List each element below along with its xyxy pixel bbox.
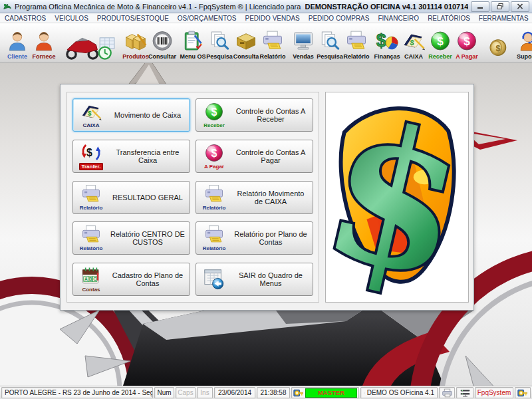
motorcycle-clock-icon <box>63 35 117 60</box>
status-brand: FpqSystem <box>475 387 513 398</box>
status-printer <box>439 387 455 398</box>
green-sphere-icon <box>428 29 452 53</box>
toolbar-financas-button[interactable]: Finanças <box>374 24 400 62</box>
window-title-licensee: DEMONSTRAÇÃO OFICINA v4.1 301114 010714 <box>305 3 469 11</box>
status-network <box>456 387 473 398</box>
close-icon <box>517 3 523 9</box>
product-boxes-icon <box>124 29 148 53</box>
minimize-button[interactable] <box>471 1 489 12</box>
user-badge: MASTER <box>305 388 357 398</box>
printer-small-icon <box>364 388 365 398</box>
key-icon <box>293 388 304 398</box>
relatorio-plano-de-contas-button[interactable]: Relatório Relatório por Plano de Contas <box>196 221 313 255</box>
menu-buttons-box: CAIXA Movimento de Caixa Receber Control… <box>66 92 319 303</box>
status-location-date: PORTO ALEGRE - RS 23 de Junho de 2014 - … <box>1 387 153 398</box>
status-user: MASTER <box>291 387 359 398</box>
menu-cadastros[interactable]: CADASTROS <box>5 15 46 22</box>
printer-icon <box>79 184 103 204</box>
close-button[interactable] <box>511 1 529 12</box>
toolbar-suporte-button[interactable]: Suporte <box>515 24 532 62</box>
restore-button[interactable] <box>491 1 509 12</box>
dollar-pie-icon <box>375 29 399 53</box>
toolbar-coin-button[interactable] <box>484 24 511 62</box>
coin-icon <box>485 35 509 60</box>
drawer-icon <box>234 29 258 53</box>
person-blue-icon <box>5 29 29 53</box>
toolbar-menu-os-button[interactable]: Menu OS <box>180 24 206 62</box>
minimize-icon <box>477 3 483 9</box>
menu-pedido-compras[interactable]: PEDIDO COMPRAS <box>309 15 370 22</box>
restore-icon <box>497 3 503 9</box>
relatorio-movimento-caixa-button[interactable]: Relatório Relatório Movimento de CAIXA <box>196 181 313 214</box>
menu-pedido-vendas[interactable]: PEDIDO VENDAS <box>245 15 300 22</box>
status-key <box>515 387 531 398</box>
menu-financeiro[interactable]: FINANCEIRO <box>378 15 419 22</box>
menu-veiculos[interactable]: VEICULOS <box>55 15 88 22</box>
window-controls <box>471 1 529 12</box>
monitor-icon <box>291 29 315 53</box>
button-row: Tranfer. Transferencia entre Caixa A Pag… <box>72 140 313 173</box>
relatorio-centro-de-custos-button[interactable]: Relatório Relatório CENTRO DE CUSTOS <box>72 221 190 255</box>
cadastro-plano-de-contas-button[interactable]: Contas Cadastro do Plano de Contas <box>72 263 190 296</box>
toolbar-vendas-button[interactable]: Vendas <box>290 24 317 62</box>
toolbar-caixa-button[interactable]: CAIXA <box>400 24 427 62</box>
toolbar-group-os: Menu OS Pesquisa Consulta Relatório <box>178 24 287 62</box>
search-pages-icon <box>207 29 231 53</box>
pink-sphere-icon <box>203 143 225 163</box>
menu-os-orcamentos[interactable]: OS/ORÇAMENTOS <box>178 15 237 22</box>
movimento-de-caixa-button[interactable]: CAIXA Movimento de Caixa <box>72 98 190 132</box>
toolbar-relatorio-vendas-button[interactable]: Relatório <box>343 24 370 62</box>
toolbar-group-suporte: Suporte <box>513 24 532 62</box>
transferencia-entre-caixa-button[interactable]: Tranfer. Transferencia entre Caixa <box>72 140 190 173</box>
toolbar-consulta-button[interactable]: Consulta <box>233 24 259 62</box>
cash-book-icon <box>401 29 426 53</box>
toolbar-fornecedor-button[interactable]: Fornece <box>31 24 57 62</box>
button-row: CAIXA Movimento de Caixa Receber Control… <box>72 98 313 132</box>
status-insert: Ins <box>197 387 213 398</box>
application-window: Programa Oficina Mecânica de Moto & Fina… <box>0 0 532 399</box>
printer-icon <box>79 225 103 245</box>
menu-bar: CADASTROS VEICULOS PRODUTOS/ESTOQUE OS/O… <box>0 13 532 23</box>
toolbar: Cliente Fornece Produtos Consultar <box>0 23 532 63</box>
menu-ferramentas[interactable]: FERRAMENTAS <box>479 15 529 22</box>
button-row: Contas Cadastro do Plano de Contas SAIR … <box>72 263 313 296</box>
exit-window-icon <box>201 268 227 291</box>
title-bar: Programa Oficina Mecânica de Moto & Fina… <box>0 0 532 13</box>
dollar-shield-image: $ <box>326 92 468 302</box>
toolbar-group-produtos: Produtos Consultar <box>121 24 177 62</box>
menu-produtos-estoque[interactable]: PRODUTOS/ESTOQUE <box>97 15 169 22</box>
printer-icon <box>202 225 226 245</box>
printer-small-icon <box>442 388 453 398</box>
toolbar-group-cadastro: Cliente Fornece <box>3 24 59 62</box>
clipboard-icon <box>181 29 205 53</box>
toolbar-veiculos-button[interactable] <box>61 24 118 62</box>
contas-a-pagar-button[interactable]: A Pagar Controle do Contas A Pagar <box>196 140 313 173</box>
contas-a-receber-button[interactable]: Receber Controle do Contas A Receber <box>196 98 313 132</box>
cash-book-icon <box>78 102 104 122</box>
status-time: 21:38:58 <box>257 387 290 398</box>
status-app-name: DEMO OS OFicina 4.1 <box>360 387 438 398</box>
green-sphere-icon <box>203 102 225 122</box>
financeiro-menu-panel: CAIXA Movimento de Caixa Receber Control… <box>60 84 474 311</box>
menu-relatorios[interactable]: RELATÓRIOS <box>428 15 470 22</box>
toolbar-consultar-button[interactable]: Consultar <box>149 24 176 62</box>
toolbar-group-coin <box>483 24 512 62</box>
toolbar-cliente-button[interactable]: Cliente <box>4 24 31 62</box>
toolbar-produtos-button[interactable]: Produtos <box>122 24 149 62</box>
resultado-geral-button[interactable]: Relatório RESULTADO GERAL <box>72 181 190 214</box>
status-num-lock: Num <box>154 387 174 398</box>
sair-quadro-de-menus-button[interactable]: SAIR do Quadro de Menus <box>196 263 313 296</box>
toolbar-relatorio-os-button[interactable]: Relatório <box>259 24 286 62</box>
status-caps-lock: Caps <box>176 387 196 398</box>
printer-icon <box>261 29 285 53</box>
toolbar-pesquisa-os-button[interactable]: Pesquisa <box>206 24 233 62</box>
status-date: 23/06/2014 <box>214 387 255 398</box>
status-bar: PORTO ALEGRE - RS 23 de Junho de 2014 - … <box>0 386 532 399</box>
toolbar-pesquisa-vendas-button[interactable]: Pesquisa <box>317 24 343 62</box>
mdi-client-area: CAIXA Movimento de Caixa Receber Control… <box>0 63 532 386</box>
toolbar-a-pagar-button[interactable]: A Pagar <box>454 24 480 62</box>
toolbar-receber-button[interactable]: Receber <box>427 24 454 62</box>
button-row: Relatório Relatório CENTRO DE CUSTOS Rel… <box>72 221 313 255</box>
support-icon <box>516 29 532 53</box>
pink-sphere-icon <box>455 29 479 53</box>
